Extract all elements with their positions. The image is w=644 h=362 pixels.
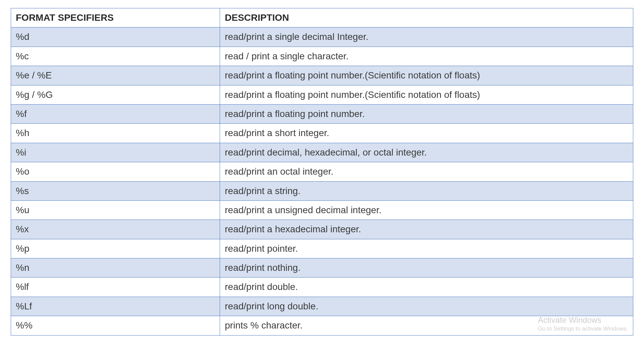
cell-description: read/print a floating point number.(Scie… — [220, 85, 633, 104]
header-format-specifiers: FORMAT SPECIFIERS — [11, 8, 220, 27]
header-description: DESCRIPTION — [220, 8, 633, 27]
cell-specifier: %f — [11, 104, 220, 123]
table-row: %d read/print a single decimal Integer. — [11, 27, 633, 47]
cell-description: read/print pointer. — [220, 239, 633, 258]
cell-description: read/print double. — [220, 278, 633, 297]
table-row: %lf read/print double. — [11, 278, 633, 297]
cell-description: read/print nothing. — [220, 258, 633, 278]
cell-specifier: %h — [11, 124, 220, 143]
table-row: %n read/print nothing. — [11, 258, 633, 278]
cell-description: read/print a floating point number.(Scie… — [220, 66, 633, 85]
table-row: %h read/print a short integer. — [11, 124, 633, 143]
cell-specifier: %x — [11, 220, 220, 239]
cell-description: read/print a unsigned decimal integer. — [220, 200, 633, 220]
cell-description: read/print a floating point number. — [220, 104, 633, 123]
format-specifiers-table: FORMAT SPECIFIERS DESCRIPTION %d read/pr… — [11, 8, 633, 336]
table-row: %x read/print a hexadecimal integer. — [11, 220, 633, 239]
cell-specifier: %s — [11, 181, 220, 200]
cell-description: read/print a hexadecimal integer. — [220, 220, 633, 239]
table-row: %o read/print an octal integer. — [11, 162, 633, 181]
cell-specifier: %d — [11, 27, 220, 47]
table-row: %e / %E read/print a floating point numb… — [11, 66, 633, 85]
cell-description: read / print a single character. — [220, 47, 633, 66]
cell-description: read/print a short integer. — [220, 124, 633, 143]
table-row: %Lf read/print long double. — [11, 297, 633, 316]
table-row: %p read/print pointer. — [11, 239, 633, 258]
table-row: %i read/print decimal, hexadecimal, or o… — [11, 143, 633, 162]
cell-specifier: %o — [11, 162, 220, 181]
cell-description: read/print a single decimal Integer. — [220, 27, 633, 47]
cell-description: read/print decimal, hexadecimal, or octa… — [220, 143, 633, 162]
cell-specifier: %Lf — [11, 297, 220, 316]
cell-specifier: %i — [11, 143, 220, 162]
table-row: %c read / print a single character. — [11, 47, 633, 66]
table-row: %f read/print a floating point number. — [11, 104, 633, 123]
cell-description: prints % character. — [220, 316, 633, 335]
cell-description: read/print a string. — [220, 181, 633, 200]
cell-specifier: %p — [11, 239, 220, 258]
cell-description: read/print an octal integer. — [220, 162, 633, 181]
cell-specifier: %u — [11, 200, 220, 220]
table-header-row: FORMAT SPECIFIERS DESCRIPTION — [11, 8, 633, 27]
cell-description: read/print long double. — [220, 297, 633, 316]
cell-specifier: %% — [11, 316, 220, 335]
table-row: %s read/print a string. — [11, 181, 633, 200]
table-row: %g / %G read/print a floating point numb… — [11, 85, 633, 104]
cell-specifier: %c — [11, 47, 220, 66]
cell-specifier: %lf — [11, 278, 220, 297]
table-row: %u read/print a unsigned decimal integer… — [11, 200, 633, 220]
cell-specifier: %g / %G — [11, 85, 220, 104]
table-row: %% prints % character. — [11, 316, 633, 335]
cell-specifier: %n — [11, 258, 220, 278]
cell-specifier: %e / %E — [11, 66, 220, 85]
